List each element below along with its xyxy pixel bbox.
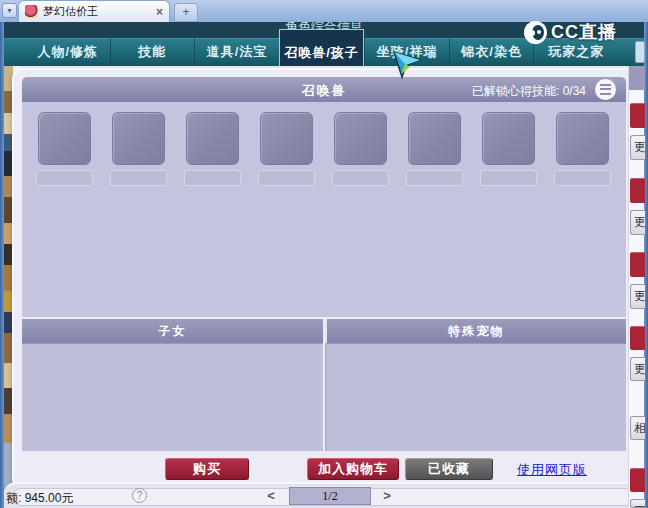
browser-menu-dropdown[interactable]: ▾ [2,3,17,18]
scrollbar-thumb[interactable] [635,41,645,63]
background-more-button[interactable]: 更 [630,499,645,508]
summon-panel: 召唤兽 已解锁心得技能: 0/34 子女 特殊宠物 购买 加入购物车 已收藏 使… [12,68,634,489]
nav-tab-0[interactable]: 人物/修炼 [26,38,110,66]
nav-tab-5[interactable]: 锦衣/染色 [449,38,534,66]
new-tab-button[interactable]: + [174,3,198,22]
cc-logo-text: CC直播 [551,20,617,44]
children-section-header: 子女 [22,319,323,343]
buy-button[interactable]: 购买 [165,458,249,480]
summon-slot-label [480,170,537,186]
summon-slot[interactable] [334,112,387,165]
cc-live-logo[interactable]: CC直播 [524,19,617,45]
summon-slot-label [332,170,389,186]
background-red-block [630,178,645,203]
summon-slot[interactable] [38,112,91,165]
summon-slot[interactable] [186,112,239,165]
help-icon[interactable]: ? [132,488,147,503]
background-purple-bar [629,66,645,90]
summon-slot[interactable] [482,112,535,165]
summon-slot[interactable] [408,112,461,165]
skills-label: 已解锁心得技能: [472,84,559,98]
panel-header: 召唤兽 已解锁心得技能: 0/34 [22,77,626,102]
game-cursor-icon [392,50,422,80]
children-panel [22,343,323,451]
web-version-link[interactable]: 使用网页版 [517,461,587,479]
background-more-button[interactable]: 更 [630,284,645,309]
next-page-button[interactable]: > [379,488,395,504]
summon-slot[interactable] [112,112,165,165]
background-more-button[interactable]: 相 [630,416,645,440]
background-window-strip: 更更更更相更 [628,66,644,508]
skills-value: 0/34 [563,84,586,98]
summon-slot[interactable] [556,112,609,165]
nav-tab-1[interactable]: 技能 [110,38,195,66]
summon-slot-label [184,170,241,186]
browser-tab[interactable]: 梦幻估价王 × [18,0,170,22]
favorited-button[interactable]: 已收藏 [405,458,493,480]
summon-slot-label [36,170,93,186]
background-more-button[interactable]: 更 [630,210,645,235]
background-red-block [630,252,645,277]
background-more-button[interactable]: 更 [630,357,645,381]
summon-slot-label [406,170,463,186]
amount-text: 额: 945.00元 [6,490,73,507]
special-pets-section-header: 特殊宠物 [325,319,626,343]
background-more-button[interactable]: 更 [630,135,645,160]
tab-favicon-icon [25,5,38,18]
summon-slots-area [22,102,626,317]
cc-logo-icon [524,21,547,44]
background-red-block [630,326,645,350]
add-to-cart-button[interactable]: 加入购物车 [307,458,399,480]
menu-icon[interactable] [595,79,616,100]
nav-tab-3[interactable]: 召唤兽/孩子 [279,29,365,66]
summon-slot-label [258,170,315,186]
tab-title: 梦幻估价王 [43,4,151,19]
summon-slot[interactable] [260,112,313,165]
summon-slot-label [554,170,611,186]
status-bar: 额: 945.00元 ? < 1/2 > [4,482,644,508]
summon-slot-label [110,170,167,186]
tab-close-icon[interactable]: × [156,6,163,18]
background-red-block [630,468,645,492]
prev-page-button[interactable]: < [263,488,279,504]
special-pets-panel [325,343,626,451]
page-indicator: 1/2 [289,487,371,505]
unlocked-skills-status: 已解锁心得技能: 0/34 [472,83,586,100]
nav-tab-2[interactable]: 道具/法宝 [194,38,279,66]
background-red-block [630,103,645,128]
